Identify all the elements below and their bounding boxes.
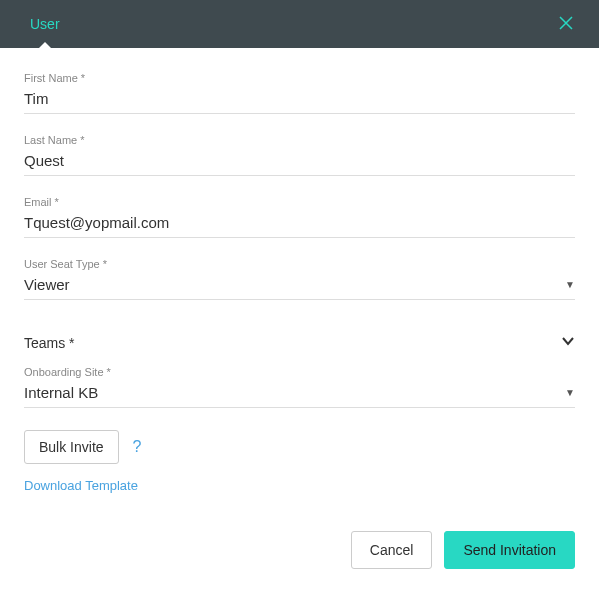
first-name-input[interactable] [24,88,575,109]
cancel-button[interactable]: Cancel [351,531,433,569]
chevron-down-icon [561,334,575,352]
onboarding-site-field: Onboarding Site * Internal KB ▼ [24,366,575,408]
first-name-label: First Name * [24,72,575,84]
user-invite-modal: User First Name * Last Name * Email * U [0,0,599,589]
seat-type-label: User Seat Type * [24,258,575,270]
first-name-field: First Name * [24,72,575,114]
teams-field[interactable]: Teams * [24,334,575,352]
last-name-label: Last Name * [24,134,575,146]
send-invitation-button[interactable]: Send Invitation [444,531,575,569]
modal-footer: Cancel Send Invitation [0,515,599,589]
first-name-input-wrap [24,88,575,114]
seat-type-value: Viewer [24,274,557,295]
bulk-actions-row: Bulk Invite ? [24,430,575,464]
email-input-wrap [24,212,575,238]
email-field: Email * [24,196,575,238]
onboarding-site-value: Internal KB [24,382,557,403]
last-name-input-wrap [24,150,575,176]
modal-header: User [0,0,599,48]
close-icon[interactable] [553,8,579,41]
seat-type-select[interactable]: Viewer ▼ [24,274,575,300]
email-label: Email * [24,196,575,208]
onboarding-site-label: Onboarding Site * [24,366,575,378]
bulk-invite-button[interactable]: Bulk Invite [24,430,119,464]
email-input[interactable] [24,212,575,233]
tab-user-label: User [30,16,60,32]
onboarding-site-select[interactable]: Internal KB ▼ [24,382,575,408]
teams-label: Teams * [24,335,75,351]
tab-user[interactable]: User [0,0,90,48]
modal-content: First Name * Last Name * Email * User Se… [0,48,599,515]
chevron-down-icon: ▼ [565,387,575,398]
last-name-input[interactable] [24,150,575,171]
seat-type-field: User Seat Type * Viewer ▼ [24,258,575,300]
help-icon[interactable]: ? [133,438,142,456]
last-name-field: Last Name * [24,134,575,176]
chevron-down-icon: ▼ [565,279,575,290]
download-template-link[interactable]: Download Template [24,478,138,493]
